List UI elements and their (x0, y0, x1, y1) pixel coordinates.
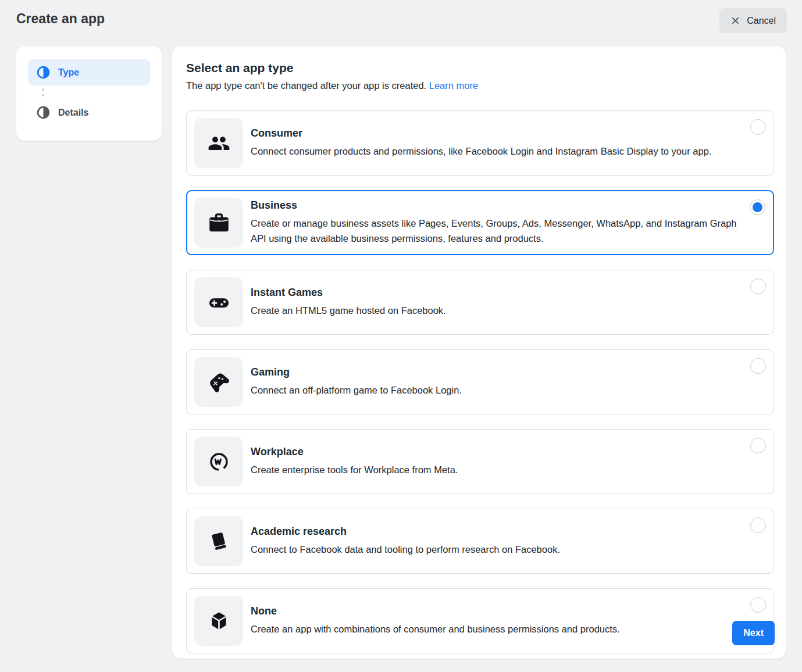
app-type-radio[interactable] (750, 358, 766, 374)
cube-icon (194, 596, 243, 646)
cancel-button[interactable]: Cancel (719, 8, 787, 33)
app-type-list: Consumer Connect consumer products and p… (186, 110, 774, 653)
close-icon (730, 16, 740, 26)
app-type-description: Connect consumer products and permission… (251, 144, 739, 159)
next-button[interactable]: Next (732, 621, 775, 645)
select-app-type-panel: Select an app type The app type can't be… (172, 47, 786, 659)
app-type-radio[interactable] (750, 278, 766, 294)
app-type-radio[interactable] (750, 438, 766, 453)
subtitle-text: The app type can't be changed after your… (186, 80, 426, 91)
app-type-card-workplace[interactable]: Workplace Create enterprise tools for Wo… (186, 429, 774, 494)
app-type-title: Consumer (251, 127, 739, 140)
app-type-title: Business (251, 199, 739, 212)
panel-heading: Select an app type (186, 61, 774, 75)
app-type-title: Gaming (251, 366, 739, 378)
step-type[interactable]: Type (28, 59, 150, 85)
gamepad-icon (194, 357, 243, 407)
briefcase-icon (194, 198, 243, 248)
instant-games-icon (194, 277, 243, 327)
step-type-label: Type (58, 67, 79, 78)
app-type-description: Create or manage business assets like Pa… (251, 216, 739, 246)
app-type-title: Workplace (251, 446, 739, 458)
app-type-card-gaming[interactable]: Gaming Connect an off-platform game to F… (186, 349, 774, 414)
app-type-radio-selected[interactable] (750, 199, 765, 215)
app-type-description: Connect to Facebook data and tooling to … (251, 542, 739, 557)
workplace-icon (194, 437, 243, 487)
panel-subtitle: The app type can't be changed after your… (186, 80, 774, 91)
app-type-card-none[interactable]: None Create an app with combinations of … (186, 588, 774, 653)
page-title: Create an app (16, 11, 105, 27)
app-type-title: Academic research (251, 526, 739, 538)
step-details[interactable]: Details (28, 99, 150, 126)
book-icon (194, 516, 243, 566)
step-connector (42, 88, 150, 96)
app-type-radio[interactable] (750, 597, 766, 613)
app-type-radio[interactable] (750, 517, 766, 533)
app-type-description: Connect an off-platform game to Facebook… (251, 383, 739, 398)
app-type-card-consumer[interactable]: Consumer Connect consumer products and p… (186, 110, 774, 176)
app-type-description: Create an app with combinations of consu… (251, 622, 739, 637)
app-type-radio[interactable] (750, 119, 766, 135)
half-circle-step-icon (36, 65, 51, 80)
app-type-description: Create an HTML5 game hosted on Facebook. (251, 303, 739, 319)
stepper-panel: Type Details (16, 47, 162, 141)
people-icon (194, 118, 243, 168)
app-type-title: None (251, 605, 739, 617)
cancel-label: Cancel (747, 16, 776, 26)
half-circle-step-icon (36, 105, 51, 120)
app-type-description: Create enterprise tools for Workplace fr… (251, 463, 739, 478)
learn-more-link[interactable]: Learn more (429, 80, 478, 91)
app-type-card-academic-research[interactable]: Academic research Connect to Facebook da… (186, 509, 774, 574)
app-type-title: Instant Games (251, 287, 739, 299)
step-details-label: Details (58, 108, 88, 118)
app-type-card-business[interactable]: Business Create or manage business asset… (186, 190, 774, 255)
app-type-card-instant-games[interactable]: Instant Games Create an HTML5 game hoste… (186, 270, 774, 335)
